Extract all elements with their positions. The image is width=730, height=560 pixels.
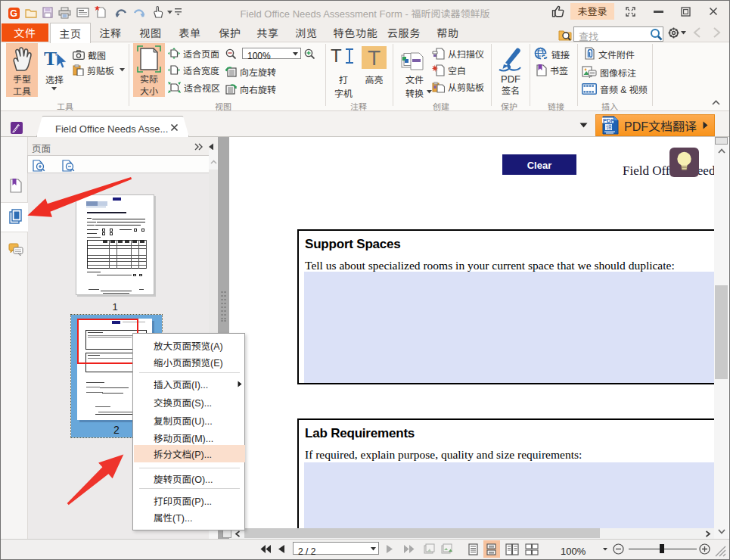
svg-text:T: T bbox=[44, 48, 57, 70]
svg-text:译: 译 bbox=[606, 123, 612, 131]
svg-text:T: T bbox=[331, 48, 342, 64]
svg-text:T: T bbox=[368, 46, 381, 69]
